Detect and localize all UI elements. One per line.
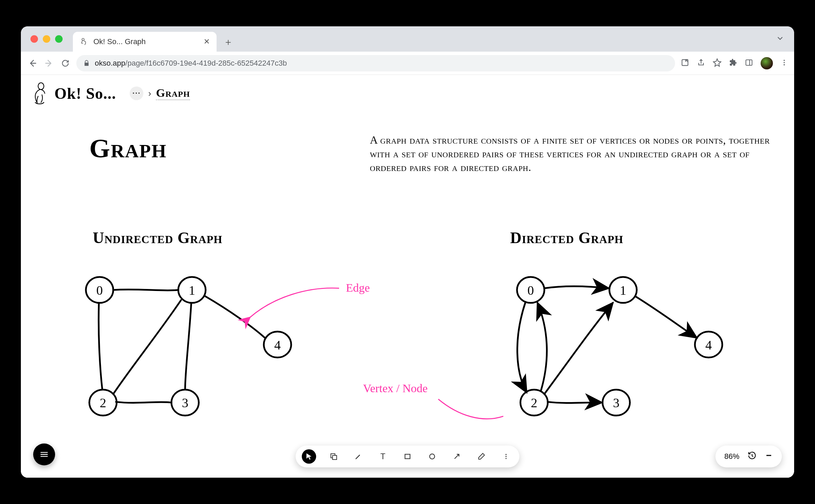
svg-point-24 bbox=[505, 458, 506, 459]
node-label: 1 bbox=[189, 283, 195, 297]
browser-window: Ok! So... Graph ✕ ＋ okso.app/page/f16c67… bbox=[21, 26, 794, 478]
maximize-window-button[interactable] bbox=[55, 35, 63, 43]
svg-point-4 bbox=[784, 59, 785, 61]
menu-icon bbox=[39, 450, 49, 459]
tool-ellipse[interactable] bbox=[425, 449, 439, 464]
node-label: 2 bbox=[531, 396, 537, 410]
svg-point-0 bbox=[82, 38, 85, 41]
browser-actions bbox=[681, 57, 788, 69]
tool-text[interactable]: T bbox=[376, 449, 390, 464]
browser-tab[interactable]: Ok! So... Graph ✕ bbox=[73, 32, 217, 52]
svg-point-5 bbox=[784, 62, 785, 63]
svg-rect-2 bbox=[746, 60, 752, 65]
node-label: 3 bbox=[182, 396, 188, 410]
share-icon[interactable] bbox=[697, 58, 705, 68]
minus-icon[interactable] bbox=[765, 451, 773, 462]
node-label: 2 bbox=[100, 396, 106, 410]
svg-point-23 bbox=[505, 456, 506, 457]
tool-eraser[interactable] bbox=[474, 449, 489, 464]
node-label: 1 bbox=[620, 283, 626, 297]
tab-title: Ok! So... Graph bbox=[93, 37, 146, 46]
zoom-level[interactable]: 86% bbox=[724, 452, 739, 461]
tool-arrow[interactable] bbox=[450, 449, 464, 464]
menu-fab[interactable] bbox=[33, 443, 55, 465]
tab-strip: Ok! So... Graph ✕ ＋ bbox=[21, 26, 794, 52]
install-app-icon[interactable] bbox=[681, 58, 689, 68]
history-icon[interactable] bbox=[748, 451, 756, 462]
svg-rect-20 bbox=[405, 454, 410, 459]
lock-icon bbox=[83, 60, 90, 67]
node-label: 0 bbox=[527, 283, 534, 297]
address-bar[interactable]: okso.app/page/f16c6709-19e4-419d-285c-65… bbox=[76, 55, 675, 71]
url-text: okso.app/page/f16c6709-19e4-419d-285c-65… bbox=[95, 59, 287, 68]
tool-more[interactable] bbox=[499, 449, 513, 464]
node-label: 4 bbox=[274, 338, 281, 352]
favicon-icon bbox=[80, 37, 89, 46]
tool-pill: T bbox=[296, 446, 519, 467]
profile-avatar[interactable] bbox=[761, 57, 773, 69]
tool-select[interactable] bbox=[302, 449, 316, 464]
drawing-canvas[interactable]: 0 1 2 3 4 Edge Vertex / Node bbox=[21, 75, 794, 478]
node-label: 3 bbox=[613, 396, 619, 410]
annotation-vertex: Vertex / Node bbox=[363, 382, 428, 395]
tool-layers[interactable] bbox=[326, 449, 341, 464]
tab-overflow-button[interactable] bbox=[776, 34, 785, 44]
browser-toolbar: okso.app/page/f16c6709-19e4-419d-285c-65… bbox=[21, 52, 794, 75]
back-button[interactable] bbox=[27, 58, 38, 69]
extensions-icon[interactable] bbox=[729, 58, 737, 68]
svg-point-21 bbox=[430, 454, 435, 459]
tab-close-button[interactable]: ✕ bbox=[204, 37, 210, 46]
side-panel-icon[interactable] bbox=[745, 58, 753, 68]
tool-rectangle[interactable] bbox=[400, 449, 415, 464]
close-window-button[interactable] bbox=[30, 35, 38, 43]
window-controls bbox=[28, 35, 67, 43]
app-content: Ok! So... ··· › Graph Graph A graph data… bbox=[21, 75, 794, 478]
new-tab-button[interactable]: ＋ bbox=[220, 34, 236, 50]
svg-rect-19 bbox=[333, 455, 337, 460]
svg-point-6 bbox=[784, 64, 785, 65]
tool-pen[interactable] bbox=[351, 449, 365, 464]
bookmark-icon[interactable] bbox=[713, 58, 722, 68]
browser-menu-icon[interactable] bbox=[780, 59, 788, 68]
forward-button[interactable] bbox=[43, 58, 54, 69]
svg-point-22 bbox=[505, 454, 506, 455]
annotation-edge: Edge bbox=[346, 281, 370, 294]
zoom-pill: 86% bbox=[715, 446, 782, 467]
node-label: 0 bbox=[96, 283, 103, 297]
reload-button[interactable] bbox=[60, 58, 71, 69]
node-label: 4 bbox=[705, 338, 712, 352]
minimize-window-button[interactable] bbox=[43, 35, 50, 43]
